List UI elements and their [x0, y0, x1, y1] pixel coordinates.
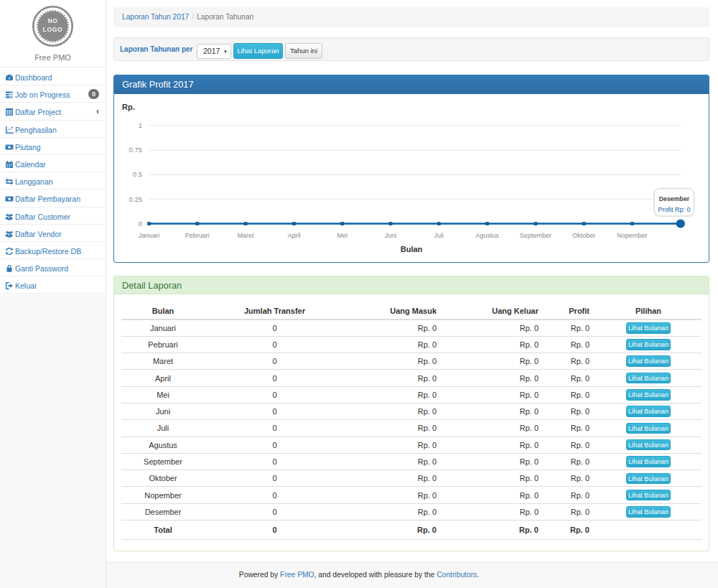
svg-text:Juli: Juli — [434, 232, 444, 239]
svg-text:Oktober: Oktober — [572, 232, 595, 239]
svg-text:0.5: 0.5 — [133, 170, 142, 178]
svg-text:Pebruari: Pebruari — [185, 232, 210, 239]
svg-text:0.75: 0.75 — [129, 146, 143, 154]
svg-text:April: April — [287, 232, 300, 239]
svg-text:0.25: 0.25 — [129, 195, 143, 203]
svg-text:Agustus: Agustus — [475, 232, 499, 239]
svg-text:Desember: Desember — [659, 195, 690, 202]
svg-text:September: September — [520, 232, 551, 239]
svg-text:Januari: Januari — [139, 232, 160, 239]
svg-text:Juni: Juni — [385, 232, 397, 239]
svg-text:Profit Rp: 0: Profit Rp: 0 — [658, 206, 690, 213]
svg-text:Mei: Mei — [337, 232, 348, 239]
svg-text:NO: NO — [47, 17, 57, 24]
svg-text:Maret: Maret — [238, 232, 255, 239]
svg-text:LOGO: LOGO — [43, 26, 63, 33]
svg-text:0: 0 — [139, 220, 142, 228]
svg-text:Nopember: Nopember — [617, 232, 647, 239]
svg-text:1: 1 — [139, 121, 142, 129]
